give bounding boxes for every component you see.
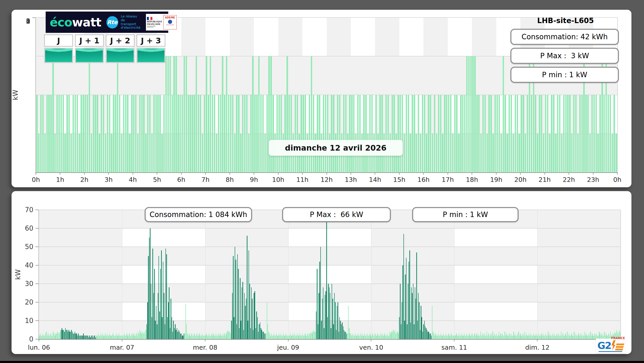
base-load-bar <box>474 333 475 339</box>
base-load-bar <box>458 336 458 339</box>
consumption-bar <box>238 95 239 172</box>
base-load-bar <box>100 336 100 339</box>
base-load-bar <box>475 336 476 339</box>
consumption-bar <box>537 134 538 172</box>
base-load-bar <box>195 336 195 339</box>
consumption-bar <box>222 56 223 172</box>
base-load-bar <box>565 333 566 339</box>
activity-bar <box>177 328 177 339</box>
activity-bar <box>86 336 86 339</box>
activity-bar <box>342 322 342 339</box>
activity-bar <box>336 330 336 339</box>
consumption-bar <box>75 95 76 172</box>
consumption-bar <box>339 95 340 172</box>
consumption-bar <box>527 95 528 172</box>
consumption-bar <box>591 95 593 172</box>
base-load-bar <box>202 333 202 339</box>
tab-day-J+2[interactable]: J + 2 <box>106 34 135 63</box>
base-load-bar <box>121 336 121 339</box>
base-load-bar <box>460 336 460 339</box>
base-load-bar <box>210 336 210 339</box>
base-load-bar <box>45 333 46 339</box>
base-load-bar <box>314 332 315 339</box>
consumption-bar <box>424 95 425 172</box>
tab-day-J+3[interactable]: J + 3 <box>136 34 165 63</box>
base-load-bar <box>214 336 214 339</box>
base-load-bar <box>211 333 212 339</box>
base-load-bar <box>503 336 503 339</box>
activity-bar <box>70 332 71 339</box>
consumption-bar <box>244 95 245 172</box>
consumption-bar <box>79 134 80 172</box>
activity-bar <box>421 306 421 339</box>
activity-bar <box>325 295 325 339</box>
base-load-bar <box>193 336 194 339</box>
base-load-bar <box>589 336 590 339</box>
consumption-bar <box>404 134 405 172</box>
activity-bar <box>261 328 261 339</box>
base-load-bar <box>443 333 444 339</box>
base-load-bar <box>132 333 132 339</box>
base-load-bar <box>447 336 447 339</box>
x-tick <box>254 172 254 175</box>
base-load-bar <box>210 336 211 339</box>
tab-day-J[interactable]: J <box>44 34 73 63</box>
base-load-bar <box>143 333 143 339</box>
base-load-bar <box>526 333 527 339</box>
base-load-bar <box>515 333 516 339</box>
base-load-bar <box>300 336 301 339</box>
consumption-bar <box>149 95 151 172</box>
base-load-bar <box>395 333 396 339</box>
base-load-bar <box>310 333 310 339</box>
activity-bar <box>235 247 235 339</box>
base-load-bar <box>592 333 592 339</box>
base-load-bar <box>579 336 579 339</box>
base-load-bar <box>192 336 193 339</box>
base-load-bar <box>397 332 397 339</box>
base-load-bar <box>461 333 462 339</box>
base-load-bar <box>388 336 388 339</box>
x-tick <box>537 339 538 341</box>
republique-francaise-ademe-logos: RÉPUBLIQUEFRANÇAISE ADEME <box>146 14 178 31</box>
base-load-bar <box>496 333 497 339</box>
base-load-bar <box>392 332 393 339</box>
x-tick <box>288 339 289 341</box>
base-load-bar <box>51 336 52 339</box>
consumption-bar <box>555 134 556 172</box>
activity-bar <box>261 330 262 339</box>
consumption-bar <box>66 95 68 172</box>
base-load-bar <box>459 333 459 339</box>
consumption-bar <box>289 95 290 172</box>
consumption-bar <box>446 95 447 172</box>
activity-bar <box>91 336 92 339</box>
base-load-bar <box>470 336 470 339</box>
consumption-bar <box>272 95 274 172</box>
base-load-bar <box>284 336 284 339</box>
activity-bar <box>323 287 323 339</box>
base-load-bar <box>532 336 533 339</box>
base-load-bar <box>453 336 453 339</box>
consumption-bar <box>563 95 564 172</box>
stat-pmin-semaine: P min : 1 kW <box>412 207 519 222</box>
base-load-bar <box>311 332 311 339</box>
consumption-bar <box>497 95 498 172</box>
activity-bar <box>247 321 248 339</box>
base-load-bar <box>269 333 270 339</box>
base-load-bar <box>144 332 144 339</box>
activity-bar <box>238 269 239 339</box>
base-load-bar <box>43 333 43 339</box>
base-load-bar <box>203 336 203 339</box>
base-load-bar <box>281 333 281 339</box>
base-load-bar <box>198 336 199 339</box>
tab-day-J+1[interactable]: J + 1 <box>75 34 104 63</box>
x-tick <box>230 172 230 175</box>
base-load-bar <box>229 332 229 339</box>
y-tick-label: 0 <box>16 17 30 25</box>
base-load-bar <box>540 336 541 339</box>
background-cell <box>39 302 122 321</box>
consumption-bar <box>99 134 100 172</box>
base-load-bar <box>50 333 51 339</box>
base-load-bar <box>486 336 486 339</box>
base-load-bar <box>39 336 39 339</box>
consumption-bar <box>436 134 437 172</box>
